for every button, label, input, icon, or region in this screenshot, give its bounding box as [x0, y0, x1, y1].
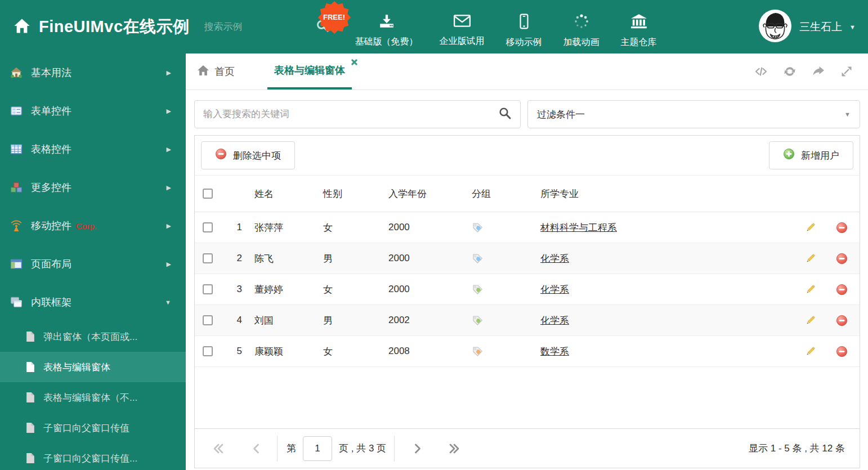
add-user-button[interactable]: 新增用户: [769, 141, 853, 169]
col-header-gender[interactable]: 性别: [313, 187, 378, 200]
select-all-checkbox[interactable]: [203, 189, 213, 199]
row-checkbox[interactable]: [203, 315, 213, 325]
app-title: FineUIMvc在线示例: [39, 16, 190, 38]
cell-year: 2008: [378, 346, 462, 357]
tab-actions: [754, 53, 868, 89]
brand[interactable]: FineUIMvc在线示例: [14, 16, 190, 38]
delete-icon[interactable]: [824, 284, 860, 296]
corp-badge: Corp.: [76, 221, 97, 231]
table-row: 4 刘国 男 2002 化学系: [195, 305, 860, 336]
tab-home[interactable]: 首页: [197, 53, 235, 89]
edit-icon[interactable]: [797, 315, 824, 326]
delete-icon[interactable]: [824, 346, 860, 357]
tab-label: 首页: [214, 65, 235, 78]
sidebar-subitem-grid-edit-window-2[interactable]: 表格与编辑窗体（不...: [0, 382, 186, 413]
delete-icon[interactable]: [824, 222, 860, 234]
edit-icon[interactable]: [797, 222, 824, 234]
refresh-icon[interactable]: [782, 65, 797, 78]
cell-gender: 女: [313, 283, 378, 296]
page-number-input[interactable]: [303, 436, 332, 461]
sidebar-subitem-popup-window[interactable]: 弹出窗体（本页面或...: [0, 321, 186, 352]
filter-row: 过滤条件一 ▼: [194, 100, 860, 128]
nav-item-loading-animations[interactable]: 加载动画: [563, 6, 599, 48]
sidebar-item-page-layout[interactable]: 页面布局 ▶: [0, 245, 186, 283]
spinner-icon: [574, 14, 589, 32]
delete-icon[interactable]: [824, 253, 860, 265]
delete-selected-button[interactable]: 删除选中项: [201, 141, 295, 169]
prev-page-button[interactable]: [250, 442, 263, 455]
main-content: 首页 表格与编辑窗体: [186, 53, 868, 470]
nav-item-theme-repository[interactable]: 主题仓库: [621, 6, 657, 48]
sidebar-item-mobile-controls[interactable]: 移动控件 Corp. ▶: [0, 207, 186, 245]
chevron-right-icon: ▶: [167, 146, 171, 153]
row-checkbox[interactable]: [203, 346, 213, 356]
download-icon: [378, 14, 395, 31]
sidebar-item-label: 内联框架: [31, 296, 71, 309]
nav-item-basic-free[interactable]: FREE! 基础版（免费）: [355, 6, 418, 48]
chevron-right-icon: ▶: [167, 108, 171, 115]
sidebar: 基本用法 ▶ 表单控件 ▶ 表格控件 ▶: [0, 53, 186, 470]
keyword-search-input[interactable]: [203, 109, 498, 120]
row-checkbox[interactable]: [203, 284, 213, 294]
nav-item-mobile-examples[interactable]: 移动示例: [506, 6, 542, 48]
major-link[interactable]: 化学系: [540, 284, 569, 295]
col-header-major[interactable]: 所学专业: [530, 187, 797, 200]
first-page-button[interactable]: [212, 442, 225, 455]
sidebar-item-grid-controls[interactable]: 表格控件 ▶: [0, 130, 186, 168]
col-header-group[interactable]: 分组: [462, 187, 530, 200]
sidebar-subitem-grid-edit-window[interactable]: 表格与编辑窗体: [0, 352, 186, 382]
edit-icon[interactable]: [797, 346, 824, 357]
sidebar-item-form-controls[interactable]: 表单控件 ▶: [0, 92, 186, 130]
col-header-name[interactable]: 姓名: [244, 187, 313, 200]
chevron-right-icon: ▶: [167, 184, 171, 191]
major-link[interactable]: 材料科学与工程系: [540, 222, 617, 233]
chevron-right-icon: ▶: [167, 222, 171, 230]
user-menu[interactable]: 三生石上 ▼: [758, 9, 856, 45]
cell-year: 2000: [378, 284, 462, 295]
nav-label: 主题仓库: [621, 37, 657, 48]
cell-year: 2002: [378, 315, 462, 326]
sidebar-item-basic-usage[interactable]: 基本用法 ▶: [0, 53, 186, 92]
major-link[interactable]: 化学系: [540, 315, 569, 326]
app-window: FineUIMvc在线示例 FREE! 基础版（免费）: [0, 0, 868, 470]
row-checkbox[interactable]: [203, 222, 213, 232]
major-link[interactable]: 化学系: [540, 253, 569, 264]
col-header-year[interactable]: 入学年份: [378, 187, 462, 200]
tab-grid-edit-window[interactable]: 表格与编辑窗体: [267, 53, 352, 89]
sidebar-item-label: 表格控件: [31, 142, 71, 156]
frames-icon: [10, 296, 23, 308]
bank-icon: [630, 14, 648, 32]
sidebar-item-more-controls[interactable]: 更多控件 ▶: [0, 168, 186, 207]
chevron-right-icon: ▶: [167, 69, 171, 77]
tab-strip: 首页 表格与编辑窗体: [186, 53, 868, 90]
major-link[interactable]: 数学系: [540, 346, 569, 357]
row-number: 3: [221, 284, 244, 295]
source-code-icon[interactable]: [754, 65, 768, 78]
edit-icon[interactable]: [797, 253, 824, 265]
search-icon[interactable]: [498, 106, 512, 122]
filter-dropdown[interactable]: 过滤条件一 ▼: [527, 100, 860, 128]
pagination-bar: 第 页 , 共 3 页 显示 1 - 5 条 , 共 12 条: [195, 428, 860, 468]
row-number: 5: [221, 346, 244, 357]
envelope-icon: [453, 14, 471, 30]
form-icon: [10, 105, 23, 117]
cell-name: 张萍萍: [244, 221, 313, 234]
sidebar-item-inline-frame[interactable]: 内联框架 ▼: [0, 283, 186, 321]
delete-icon[interactable]: [824, 315, 860, 326]
table-row: 1 张萍萍 女 2000 材料科学与工程系: [195, 212, 860, 243]
share-icon[interactable]: [811, 65, 826, 78]
expand-icon[interactable]: [840, 65, 853, 78]
header-search-input[interactable]: [204, 21, 289, 33]
cell-name: 康颖颖: [244, 345, 313, 358]
chevron-down-icon: ▼: [844, 111, 851, 118]
last-page-button[interactable]: [448, 442, 461, 455]
sidebar-subitem-child-to-parent-2[interactable]: 子窗口向父窗口传值...: [0, 443, 186, 470]
nav-item-enterprise-trial[interactable]: 企业版试用: [440, 6, 485, 47]
row-checkbox[interactable]: [203, 253, 213, 263]
edit-icon[interactable]: [797, 284, 824, 296]
close-icon[interactable]: [351, 59, 357, 65]
next-page-button[interactable]: [410, 442, 424, 455]
sidebar-subitem-label: 子窗口向父窗口传值...: [43, 452, 137, 465]
sidebar-item-label: 移动控件: [31, 219, 71, 232]
sidebar-subitem-child-to-parent[interactable]: 子窗口向父窗口传值: [0, 413, 186, 443]
